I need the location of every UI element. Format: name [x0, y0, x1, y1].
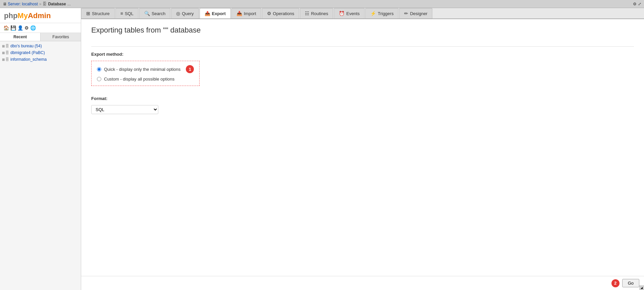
db-name[interactable]: information_schema	[10, 57, 47, 62]
export-method-section: Export method: Quick - display only the …	[91, 52, 634, 93]
tab-sql-label: SQL	[125, 11, 133, 16]
db-icon: 🗄	[5, 57, 9, 61]
tab-query-label: Query	[182, 11, 194, 16]
sidebar-tabs: Recent Favorites	[0, 33, 81, 41]
search-icon: 🔍	[144, 11, 150, 16]
tab-search-label: Search	[152, 11, 165, 16]
logo-my: My	[17, 11, 28, 20]
tab-operations-label: Operations	[273, 11, 294, 16]
tab-triggers-label: Triggers	[378, 11, 393, 16]
page-content: Exporting tables from "" database Export…	[81, 19, 644, 290]
tab-search[interactable]: 🔍 Search	[139, 8, 170, 18]
tab-events-label: Events	[346, 11, 360, 16]
content-area: ⊞ Structure ≡ SQL 🔍 Search ◎ Query 📤 Exp…	[81, 8, 644, 290]
badge-1: 1	[186, 65, 194, 73]
tab-export[interactable]: 📤 Export	[200, 8, 231, 18]
tab-structure-label: Structure	[92, 11, 110, 16]
db-icon: 🗄	[5, 51, 9, 55]
tab-routines-label: Routines	[311, 11, 328, 16]
db-icon: 🗄	[5, 44, 9, 48]
title-prefix: Exporting tables from "	[91, 26, 166, 34]
title-suffix: " database	[166, 26, 201, 34]
database-list: ⊞ 🗄 dbo's bureau (54) ⊞ 🗄 dbmigrate4 (Pa…	[0, 41, 81, 63]
events-icon: ⏰	[339, 11, 344, 16]
radio-custom-label: Custom - display all possible options	[104, 77, 174, 82]
section-divider-1	[91, 46, 634, 47]
logo-admin: Admin	[28, 11, 51, 20]
breadcrumb: Server: localhost » 🗄 Database ...	[8, 2, 70, 6]
tab-structure[interactable]: ⊞ Structure	[81, 8, 115, 18]
db-name[interactable]: dbo's bureau (54)	[10, 44, 42, 48]
settings-icon[interactable]: ⚙	[24, 25, 29, 31]
sidebar-tab-recent[interactable]: Recent	[0, 33, 41, 41]
list-item[interactable]: ⊞ 🗄 dbo's bureau (54)	[0, 43, 81, 49]
top-bar-icon: 🖥	[3, 2, 7, 6]
sidebar: phpMyAdmin 🏠 💾 👤 ⚙ 🌐 Recent Favorites ⊞ …	[0, 8, 81, 290]
radio-custom-input[interactable]	[97, 77, 101, 81]
expand-icon: ⊞	[2, 44, 5, 48]
tab-import-label: Import	[244, 11, 256, 16]
maximize-icon[interactable]: ⤢	[638, 2, 641, 6]
user-icon[interactable]: 👤	[17, 25, 23, 31]
go-button[interactable]: Go	[622, 279, 639, 287]
page-title: Exporting tables from "" database	[91, 26, 634, 38]
top-bar: 🖥 Server: localhost » 🗄 Database ... ⚙ ⤢	[0, 0, 644, 8]
operations-icon: ⚙	[267, 11, 271, 16]
expand-icon: ⊞	[2, 51, 5, 55]
export-method-box: Quick - display only the minimal options…	[91, 61, 200, 86]
structure-icon: ⊞	[86, 11, 90, 16]
tab-export-label: Export	[212, 11, 226, 16]
tab-operations[interactable]: ⚙ Operations	[262, 8, 300, 18]
top-bar-actions: ⚙ ⤢	[633, 2, 641, 6]
export-method-label: Export method:	[91, 52, 634, 57]
sidebar-tab-favorites[interactable]: Favorites	[41, 33, 81, 41]
go-button-row: 2 Go ◢	[81, 276, 644, 290]
tab-designer-label: Designer	[410, 11, 427, 16]
breadcrumb-database: Database	[48, 2, 66, 6]
sql-icon: ≡	[120, 11, 123, 16]
db-name[interactable]: dbmigrate4 (PaBC)	[10, 50, 45, 55]
format-label: Format:	[91, 96, 634, 101]
db-icon[interactable]: 💾	[10, 25, 16, 31]
export-icon: 📤	[205, 11, 210, 16]
tab-import[interactable]: 📥 Import	[231, 8, 261, 18]
radio-custom: Custom - display all possible options	[97, 77, 194, 82]
breadcrumb-arrow: »	[39, 2, 42, 6]
tab-triggers[interactable]: ⚡ Triggers	[365, 8, 398, 18]
logo: phpMyAdmin	[0, 8, 81, 23]
list-item[interactable]: ⊞ 🗄 information_schema	[0, 56, 81, 63]
radio-quick-input[interactable]	[97, 67, 101, 71]
settings-icon[interactable]: ⚙	[633, 2, 637, 6]
list-item[interactable]: ⊞ 🗄 dbmigrate4 (PaBC)	[0, 49, 81, 56]
expand-icon: ⊞	[2, 58, 5, 61]
triggers-icon: ⚡	[370, 11, 376, 16]
query-icon: ◎	[176, 11, 180, 16]
tab-routines[interactable]: ☷ Routines	[300, 8, 333, 18]
nav-tabs: ⊞ Structure ≡ SQL 🔍 Search ◎ Query 📤 Exp…	[81, 8, 644, 19]
tab-events[interactable]: ⏰ Events	[334, 8, 365, 18]
designer-icon: ✏	[404, 11, 408, 16]
sidebar-quick-actions: 🏠 💾 👤 ⚙ 🌐	[0, 23, 81, 33]
resize-handle[interactable]: ◢	[639, 285, 644, 290]
radio-quick-label: Quick - display only the minimal options	[104, 67, 180, 72]
import-icon: 📥	[236, 11, 242, 16]
format-select[interactable]: SQL CSV CSV for MS Excel JSON XML	[91, 105, 158, 114]
badge-2: 2	[611, 279, 620, 287]
breadcrumb-dbname: ...	[67, 2, 71, 6]
tab-designer[interactable]: ✏ Designer	[399, 8, 432, 18]
logo-php: php	[4, 11, 17, 20]
tab-sql[interactable]: ≡ SQL	[115, 8, 139, 18]
tab-query[interactable]: ◎ Query	[171, 8, 199, 18]
home-icon[interactable]: 🏠	[3, 25, 9, 31]
routines-icon: ☷	[305, 11, 309, 16]
breadcrumb-server[interactable]: Server: localhost	[8, 2, 38, 6]
help-icon[interactable]: 🌐	[30, 25, 36, 31]
breadcrumb-db-icon: 🗄	[43, 2, 47, 6]
format-section: Format: SQL CSV CSV for MS Excel JSON XM…	[91, 96, 634, 114]
radio-quick: Quick - display only the minimal options…	[97, 65, 194, 73]
